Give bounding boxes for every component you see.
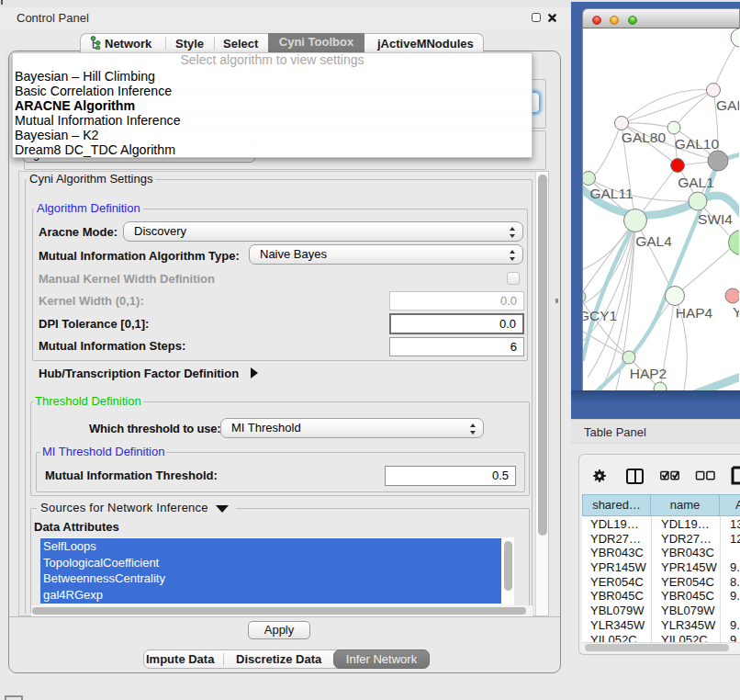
- svg-text:SWI4: SWI4: [698, 211, 733, 227]
- svg-text:HAP2: HAP2: [630, 366, 667, 381]
- svg-text:Y: Y: [733, 304, 739, 320]
- svg-text:GAL1: GAL1: [678, 175, 714, 190]
- svg-text:GAL2: GAL2: [716, 97, 739, 113]
- svg-text:GAL10: GAL10: [675, 136, 720, 152]
- svg-text:GAL11: GAL11: [589, 186, 633, 201]
- svg-text:GCY1: GCY1: [583, 308, 617, 323]
- svg-text:GAL4: GAL4: [635, 233, 672, 249]
- svg-text:HAP4: HAP4: [676, 305, 713, 321]
- svg-text:GAL80: GAL80: [622, 130, 667, 145]
